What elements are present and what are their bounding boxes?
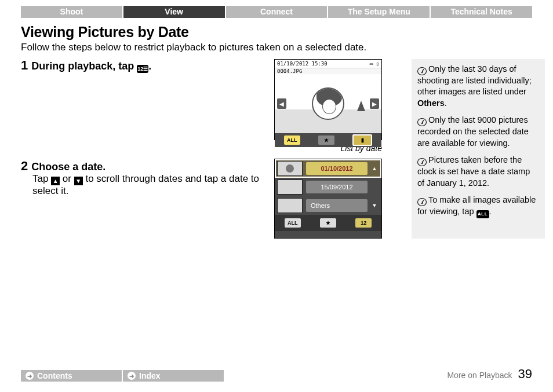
scroll-up-icon: ▲: [371, 166, 378, 171]
note-4b: .: [489, 207, 492, 216]
step-2: 2 Choose a date. Tap ▲ or ▼ to scroll th…: [21, 160, 267, 197]
note-1c: .: [445, 98, 447, 108]
step-2-body-mid: or: [60, 173, 74, 184]
step-1-text-after: .: [148, 60, 151, 72]
tab-technotes[interactable]: Technical Notes: [431, 6, 532, 18]
note-icon: 𝒊: [417, 198, 427, 206]
date-filter-button-2: 12: [355, 218, 372, 228]
date-button-1: 01/10/2012: [306, 162, 368, 175]
note-icon: 𝒊: [417, 158, 427, 166]
note-1-others: Others: [417, 98, 445, 108]
list-by-date-button: ▮: [352, 134, 372, 146]
tab-view[interactable]: View: [123, 6, 225, 18]
others-button: Others: [306, 199, 368, 212]
next-image-button: ▶: [370, 98, 379, 109]
page-number: 39: [518, 367, 532, 382]
note-icon: 𝒊: [417, 118, 427, 126]
all-pill-icon: ALL: [476, 210, 489, 218]
page-footer: ➜ Contents ➜ Index More on Playback 39: [21, 367, 532, 382]
side-notes: 𝒊Only the last 30 days of shooting are l…: [412, 59, 545, 239]
step-1: 1 During playback, tap 12☰.: [21, 59, 267, 73]
down-arrow-icon: ▼: [74, 177, 83, 185]
star-filter-button: ★: [318, 135, 334, 145]
date-thumb-1: [277, 161, 303, 176]
note-3: Pictures taken before the clock is set h…: [417, 155, 530, 187]
tab-setup[interactable]: The Setup Menu: [328, 6, 430, 18]
section-name: More on Playback: [447, 371, 512, 380]
screenshot-playback: 01/10/2012 15:30 ▭ ▯ 0004.JPG ◀ ▶ ALL ★ …: [274, 59, 382, 140]
arrow-circle-icon: ➜: [26, 372, 34, 380]
date-row-selected: 01/10/2012 ▲: [275, 159, 381, 178]
note-1a: Only the last 30 days of shooting are li…: [417, 64, 532, 96]
shot-filename: 0004.JPG: [275, 68, 381, 74]
date-thumb-others: [277, 198, 303, 213]
note-icon: 𝒊: [417, 67, 427, 75]
note-2: Only the last 9000 pictures recorded on …: [417, 115, 529, 147]
sample-portrait: [312, 87, 344, 120]
step-2-title: Choose a date.: [31, 161, 105, 173]
date-row-2: 15/09/2012: [275, 178, 381, 196]
arrow-circle-icon: ➜: [128, 372, 136, 380]
step-2-number: 2: [21, 160, 28, 173]
step-2-body-before: Tap: [32, 173, 51, 184]
tab-connect[interactable]: Connect: [226, 6, 328, 18]
star-filter-button-2: ★: [320, 218, 336, 228]
page-heading: Viewing Pictures by Date: [21, 24, 532, 41]
contents-label: Contents: [37, 371, 72, 380]
sailboat-icon: [357, 101, 365, 111]
all-filter-button: ALL: [284, 135, 300, 145]
index-label: Index: [139, 371, 161, 380]
date-button-2: 15/09/2012: [306, 181, 368, 193]
date-row-others: Others ▼: [275, 196, 381, 215]
contents-link[interactable]: ➜ Contents: [21, 370, 122, 382]
step-1-number: 1: [21, 59, 28, 72]
scroll-down-icon: ▼: [371, 203, 378, 208]
up-arrow-icon: ▲: [51, 177, 60, 185]
top-tabs: Shoot View Connect The Setup Menu Techni…: [21, 6, 532, 18]
prev-image-button: ◀: [277, 98, 286, 109]
intro-text: Follow the steps below to restrict playb…: [21, 42, 532, 53]
tab-shoot[interactable]: Shoot: [21, 6, 122, 18]
index-link[interactable]: ➜ Index: [123, 370, 224, 382]
calendar-list-icon: 12☰: [137, 65, 148, 73]
step-1-text-before: During playback, tap: [31, 60, 137, 72]
screenshot-date-list: 01/10/2012 ▲ 15/09/2012 Others ▼ ALL ★ 1…: [274, 159, 382, 239]
shot-datetime: 01/10/2012 15:30: [277, 61, 328, 67]
shot-status-icons: ▭ ▯: [370, 61, 379, 67]
date-thumb-2: [277, 179, 303, 195]
all-filter-button-2: ALL: [285, 218, 301, 228]
